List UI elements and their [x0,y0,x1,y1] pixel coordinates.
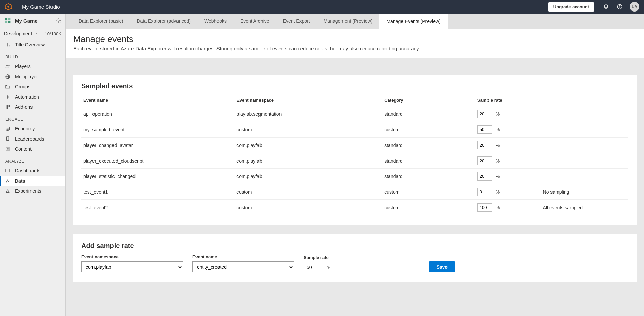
sample-rate-input[interactable] [477,125,492,134]
col-event-namespace[interactable]: Event namespace [234,95,382,106]
tab-event-archive[interactable]: Event Archive [233,14,276,29]
col-sample-rate[interactable]: Sample rate [475,95,541,106]
svg-point-12 [6,65,8,66]
sidebar-item-experiments[interactable]: Experiments [0,186,65,196]
environment-name: Development [4,31,32,36]
tab-management[interactable]: Management (Preview) [317,14,379,29]
sample-rate-input[interactable] [477,156,492,165]
automation-icon [5,94,11,100]
col-event-name[interactable]: Event name ↑ [81,95,234,106]
sidebar-item-leaderboards[interactable]: Leaderboards [0,134,65,144]
sidebar-item-label: Title Overview [15,42,45,47]
sidebar-item-label: Dashboards [15,168,41,173]
svg-point-8 [58,20,59,21]
sample-rate-input[interactable] [477,172,492,181]
svg-rect-19 [8,105,10,107]
sidebar-item-multiplayer[interactable]: Multiplayer [0,71,65,82]
studio-name[interactable]: My Game Studio [22,4,60,10]
col-category[interactable]: Category [382,95,475,106]
namespace-select[interactable]: com.playfab [81,261,183,272]
page-title: Manage events [73,34,637,44]
cell-category: standard [382,106,475,122]
sidebar-item-players[interactable]: Players [0,61,65,71]
sidebar-item-content[interactable]: Content [0,144,65,154]
bell-icon[interactable] [603,3,609,10]
sidebar-item-groups[interactable]: Groups [0,82,65,92]
event-name-select[interactable]: entity_created [192,261,294,272]
cell-event-name: player_executed_cloudscript [81,153,234,169]
globe-icon [5,73,11,80]
svg-rect-5 [8,18,10,20]
cell-event-name: my_sampled_event [81,122,234,138]
sample-note [541,122,628,138]
sample-note [541,153,628,169]
save-button[interactable]: Save [429,261,455,272]
cell-event-namespace: custom [234,200,382,215]
sidebar-item-label: Content [15,146,32,152]
tab-manage-events[interactable]: Manage Events (Preview) [379,14,448,29]
sidebar-item-economy[interactable]: Economy [0,124,65,134]
tab-event-export[interactable]: Event Export [276,14,317,29]
percent-label: % [496,127,500,132]
sidebar-item-dashboards[interactable]: Dashboards [0,166,65,176]
cell-category: custom [382,184,475,200]
svg-point-13 [8,65,9,66]
dashboards-icon [5,168,11,174]
svg-rect-26 [6,169,10,172]
cell-event-name: player_changed_avatar [81,138,234,153]
avatar[interactable]: LA [630,2,639,12]
flask-icon [5,188,11,194]
sidebar-item-label: Groups [15,84,30,89]
percent-label: % [327,265,331,270]
cell-category: custom [382,200,475,215]
table-row: player_changed_avatarcom.playfabstandard… [81,138,628,153]
upgrade-account-button[interactable]: Upgrade account [548,2,594,12]
add-sample-rate-heading: Add sample rate [81,242,628,250]
tab-webhooks[interactable]: Webhooks [198,14,233,29]
sidebar-item-automation[interactable]: Automation [0,92,65,102]
tab-data-explorer-advanced[interactable]: Data Explorer (advanced) [130,14,198,29]
table-row: test_event2customcustom%All events sampl… [81,200,628,215]
gear-icon[interactable] [56,18,61,23]
cell-event-namespace: playfab.segmentation [234,106,382,122]
svg-rect-18 [6,105,8,107]
page-subtitle: Each event stored in Azure Data Explorer… [73,46,637,51]
svg-rect-4 [5,18,7,20]
event-name-label: Event name [192,254,294,259]
help-icon[interactable] [616,3,623,10]
percent-label: % [496,111,500,117]
data-icon [5,178,11,184]
sidebar-item-data[interactable]: Data [0,176,65,186]
sort-ascending-icon: ↑ [111,98,113,102]
namespace-label: Event namespace [81,254,183,259]
game-selector[interactable]: My Game [0,14,65,28]
sampled-events-table: Event name ↑ Event namespace Category Sa… [81,95,628,215]
playfab-logo-icon[interactable] [5,3,12,10]
game-icon [4,17,12,24]
sample-rate-input[interactable] [477,141,492,149]
sample-note [541,138,628,153]
sample-rate-input[interactable] [477,203,492,212]
sampled-events-heading: Sampled events [81,82,628,90]
sample-rate-input[interactable] [477,188,492,196]
percent-label: % [496,143,500,148]
tab-data-explorer-basic[interactable]: Data Explorer (basic) [72,14,130,29]
svg-point-17 [7,96,8,98]
sample-note [541,106,628,122]
table-row: my_sampled_eventcustomcustom% [81,122,628,138]
content-icon [5,146,11,152]
percent-label: % [496,158,500,164]
sample-rate-input[interactable] [477,110,492,118]
sidebar-item-addons[interactable]: Add-ons [0,102,65,112]
leaderboards-icon [5,136,11,142]
section-build-label: BUILD [0,50,65,61]
players-icon [5,63,11,69]
environment-selector[interactable]: Development 10/100K [0,28,65,40]
section-engage-label: ENGAGE [0,112,65,124]
sample-rate-input[interactable] [304,262,324,272]
cell-event-namespace: custom [234,122,382,138]
sidebar-item-title-overview[interactable]: Title Overview [0,40,65,50]
tab-bar: Data Explorer (basic) Data Explorer (adv… [66,14,644,29]
sample-note [541,169,628,184]
usage-limit: 10/100K [45,31,61,36]
